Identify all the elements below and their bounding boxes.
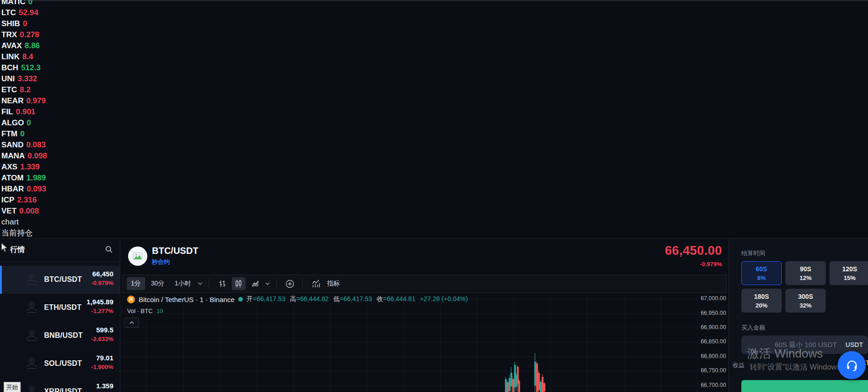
horizontal-gridline (121, 371, 698, 371)
ticker-row[interactable]: SAND0.083 (1, 140, 47, 151)
interval-button-1小时[interactable]: 1小时 (170, 277, 195, 290)
ohlc-label: 高 (290, 295, 296, 302)
indicators-label[interactable]: 指标 (327, 280, 340, 288)
ticker-symbol: VET (1, 207, 17, 215)
toolbar-divider (209, 279, 209, 289)
windows-start-label: 开始 (6, 383, 18, 392)
ticker-row[interactable]: MANA0.098 (1, 151, 47, 162)
candles-chart-type-icon[interactable] (232, 277, 246, 290)
ticker-row[interactable]: LINK8.4 (1, 51, 47, 62)
ticker-text-row: chart (1, 217, 47, 228)
search-icon[interactable] (105, 246, 112, 253)
chart-type-chevron-down-icon[interactable] (265, 282, 270, 286)
settle-option-90s[interactable]: 90S12% (785, 261, 826, 285)
ohlc-equals: = (296, 295, 300, 302)
ticker-symbol: MATIC (1, 0, 26, 6)
interval-button-30分[interactable]: 30分 (147, 277, 169, 290)
ticker-row[interactable]: FTM0 (1, 129, 47, 140)
customer-support-button[interactable] (838, 351, 866, 379)
ticker-row[interactable]: BCH512.3 (1, 62, 47, 73)
pair-row-bnb[interactable]: BNB/USDT599.5-2.633% (0, 322, 120, 350)
ticker-symbol: LINK (1, 52, 20, 61)
settle-option-300s[interactable]: 300S32% (785, 289, 826, 313)
ticker-row[interactable]: LTC52.94 (1, 7, 47, 18)
pair-row-sol[interactable]: SOL/USDT79.01-1.900% (0, 350, 120, 378)
ticker-symbol: SHIB (1, 19, 20, 28)
settle-option-rate: 8% (757, 274, 766, 281)
ticker-price: 1.339 (20, 162, 40, 171)
pair-price: 1.359 (96, 382, 113, 390)
bars-chart-type-icon[interactable] (215, 277, 229, 290)
ticker-row[interactable]: ICP2.316 (1, 195, 47, 206)
ticker-symbol: ALGO (1, 118, 24, 127)
ticker-row[interactable]: TRX0.278 (1, 29, 47, 40)
interval-button-1分[interactable]: 1分 (127, 277, 145, 290)
ticker-price: 1.989 (26, 174, 46, 182)
indicators-icon[interactable] (309, 277, 323, 290)
pair-row-btc[interactable]: BTC/USDT66,450-0.979% (0, 266, 120, 294)
ohlc-value: 66,444.81 (387, 295, 415, 302)
pair-name: SOL/USDT (44, 359, 82, 368)
ticker-price: 0.278 (20, 30, 39, 39)
ticker-symbol: FIL (1, 107, 13, 116)
ticker-price: 0 (23, 19, 27, 28)
ohlc-item: 低=66,417.53 (333, 295, 372, 303)
ohlc-label: 收 (376, 295, 383, 302)
ticker-row[interactable]: ETC8.2 (1, 84, 47, 95)
pair-quote: 66,450-0.979% (91, 270, 113, 286)
price-axis-label: 66,700.00 (700, 382, 726, 388)
volume-legend: Vol · BTC10 (127, 308, 163, 314)
legend-collapse-button[interactable] (124, 318, 139, 328)
ticker-price: 52.94 (19, 8, 39, 17)
ticker-price: 0 (28, 0, 33, 6)
amount-label: 买入金额 (741, 324, 765, 332)
settle-option-rate: 12% (800, 274, 812, 281)
ticker-row[interactable]: ATOM1.989 (1, 173, 47, 184)
ticker-row[interactable]: SHIB0 (1, 18, 47, 29)
interval-chevron-down-icon[interactable] (198, 282, 202, 286)
area-chart-type-icon[interactable] (248, 277, 262, 290)
ticker-row[interactable]: ALGO0 (1, 118, 47, 129)
candlestick (543, 383, 545, 392)
ticker-price: 8.86 (25, 41, 40, 50)
ticker-row[interactable]: MATIC0 (1, 0, 47, 7)
ticker-price: 2.316 (17, 196, 37, 204)
selected-indicator-bar (0, 266, 2, 294)
settle-option-rate: 32% (800, 302, 812, 309)
pair-name: XRP/USDT (44, 387, 82, 392)
ohlc-label: 开 (246, 295, 253, 302)
volume-value: 10 (157, 308, 163, 314)
windows-start-tooltip[interactable]: 开始 (4, 382, 21, 392)
ohlc-label: 低 (333, 295, 340, 302)
market-sidebar-header: 行情 (0, 239, 120, 262)
horizontal-gridline (121, 328, 698, 328)
toolbar-divider (276, 279, 277, 289)
compare-plus-icon[interactable] (283, 277, 297, 290)
chart-toolbar: 1分30分1小时 (123, 274, 727, 293)
ticker-row[interactable]: FIL0.901 (1, 106, 47, 118)
chart-symbol-title: BTC/USDT (152, 246, 198, 256)
ticker-symbol: AVAX (1, 41, 22, 50)
chart-plot[interactable]: 67,000.0066,950.0066,900.0066,850.0066,8… (121, 293, 728, 392)
vertical-gridline (257, 293, 257, 392)
vertical-gridline (587, 293, 588, 392)
pair-change-pct: -1.900% (91, 364, 113, 370)
buy-up-button[interactable]: 买涨 (741, 380, 868, 392)
pair-row-eth[interactable]: ETH/USDT1,945.89-1.277% (0, 294, 120, 322)
settle-option-180s[interactable]: 180S20% (741, 289, 782, 313)
ticker-row[interactable]: HBAR0.093 (1, 184, 47, 195)
ticker-symbol: NEAR (1, 96, 23, 105)
settle-option-120s[interactable]: 120S15% (829, 261, 868, 285)
ticker-row[interactable]: AXS1.339 (1, 162, 47, 173)
ticker-row[interactable]: VET0.008 (1, 206, 47, 217)
volume-label: Vol · BTC (127, 308, 153, 314)
settle-option-duration: 300S (798, 293, 813, 300)
ticker-row[interactable]: UNI3.332 (1, 73, 47, 84)
ticker-row[interactable]: AVAX8.86 (1, 40, 47, 51)
price-axis-label: 66,950.00 (700, 310, 726, 316)
settle-option-60s[interactable]: 60S8% (741, 261, 782, 285)
vertical-gridline (183, 293, 184, 392)
ticker-row[interactable]: NEAR0.979 (1, 95, 47, 106)
chart-legend: B Bitcoin / TetherUS · 1 · Binance 开=66,… (127, 295, 468, 303)
horizontal-gridline (121, 342, 698, 342)
